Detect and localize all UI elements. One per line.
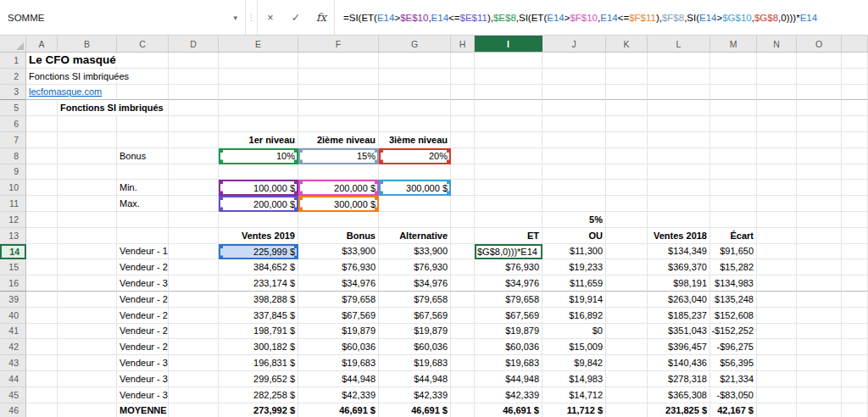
cell-I43[interactable]: $19,683 [475,355,542,371]
cell-K10[interactable] [606,180,648,196]
cell-F3[interactable] [298,85,379,101]
cell-J3[interactable] [542,85,606,101]
cell-A44[interactable] [26,371,58,387]
cell-G9[interactable] [379,164,451,181]
column-header-N[interactable]: N [757,36,797,52]
row-header-45[interactable]: 45 [0,387,26,403]
cell-G42[interactable]: $60,036 [379,339,451,355]
cell-I41[interactable]: $19,879 [475,324,542,340]
cell-K41[interactable] [606,324,648,340]
cell-I5[interactable] [475,100,542,116]
cell-B46[interactable] [58,403,117,417]
cell-L11[interactable] [648,196,710,212]
cell-E6[interactable] [219,116,298,132]
cell-J40[interactable]: $16,892 [542,308,606,324]
cell-G43[interactable]: $19,683 [379,355,451,371]
cell-L45[interactable]: $365,308 [648,387,710,403]
cell-L9[interactable] [648,164,710,181]
cell-L12[interactable] [648,212,710,228]
cell-H45[interactable] [451,387,475,403]
cell-M14[interactable]: $91,650 [710,244,757,260]
cell-F15[interactable]: $76,930 [298,259,379,275]
cell-J13[interactable]: OU [542,228,606,244]
cell-L5[interactable] [648,100,710,116]
row-header-43[interactable]: 43 [0,355,26,371]
cell-L8[interactable] [648,148,710,164]
cell-K45[interactable] [606,387,648,403]
cell-K1[interactable] [606,53,648,69]
cancel-icon[interactable]: × [258,0,283,35]
cell-F46[interactable]: 46,691 $ [298,403,379,417]
row-header-46[interactable]: 46 [0,403,26,417]
cell-B16[interactable] [58,275,117,292]
cell-K46[interactable] [606,403,648,417]
cell-C41[interactable]: Vendeur - 28 [117,324,169,340]
cell-G40[interactable]: $67,569 [379,308,451,324]
cell-H7[interactable] [451,132,475,148]
row-header-42[interactable]: 42 [0,339,26,355]
cell-A13[interactable] [26,228,58,244]
cell-K8[interactable] [606,148,648,164]
cell-I16[interactable]: $34,976 [475,275,542,292]
cell-O44[interactable] [797,371,842,387]
cell-H11[interactable] [451,196,475,212]
cell-M2[interactable] [710,69,757,85]
cell-E1[interactable] [219,53,298,69]
cell-J6[interactable] [542,116,606,132]
cell-B39[interactable] [58,292,117,308]
cell-D12[interactable] [169,212,219,228]
cell-F1[interactable] [298,53,379,69]
cell-E3[interactable] [219,85,298,101]
cell-L16[interactable]: $98,191 [648,275,710,292]
cell-O3[interactable] [797,85,842,101]
cell-H10[interactable] [451,180,475,196]
cell-N8[interactable] [757,148,797,164]
cell-O13[interactable] [797,228,842,244]
cell-I1[interactable] [475,53,542,69]
cell-N40[interactable] [757,308,797,324]
cell-N2[interactable] [757,69,797,85]
cell-L2[interactable] [648,69,710,85]
cell-I9[interactable] [475,164,542,181]
cell-F13[interactable]: Bonus [298,228,379,244]
cell-C12[interactable] [117,212,169,228]
cell-M43[interactable]: $56,395 [710,355,757,371]
cell-K13[interactable] [606,228,648,244]
cell-C3[interactable] [117,85,169,101]
cell-G8[interactable]: 20% [379,148,451,164]
cell-N39[interactable] [757,292,797,308]
cell-J14[interactable]: $11,300 [542,244,606,260]
row-header-1[interactable]: 1 [0,53,26,69]
cell-L6[interactable] [648,116,710,132]
cell-B5[interactable]: Fonctions SI imbriqués [58,100,117,116]
row-header-10[interactable]: 10 [0,180,26,196]
cell-M42[interactable]: -$96,275 [710,339,757,355]
cell-G7[interactable]: 3ième niveau [379,132,451,148]
cell-N12[interactable] [757,212,797,228]
cell-O14[interactable] [797,244,842,260]
cell-H9[interactable] [451,164,475,181]
cell-A16[interactable] [26,275,58,292]
cell-H1[interactable] [451,53,475,69]
cell-F6[interactable] [298,116,379,132]
cell-K15[interactable] [606,259,648,275]
cell-L44[interactable]: $278,318 [648,371,710,387]
cell-D6[interactable] [169,116,219,132]
cell-K11[interactable] [606,196,648,212]
cell-M6[interactable] [710,116,757,132]
cell-H16[interactable] [451,275,475,292]
cell-A42[interactable] [26,339,58,355]
cell-M16[interactable]: $134,983 [710,275,757,292]
cell-G6[interactable] [379,116,451,132]
cell-D15[interactable] [169,259,219,275]
cell-F7[interactable]: 2ième niveau [298,132,379,148]
cell-D45[interactable] [169,387,219,403]
cell-B13[interactable] [58,228,117,244]
cell-N7[interactable] [757,132,797,148]
row-header-41[interactable]: 41 [0,324,26,340]
cell-E8[interactable]: 10% [219,148,298,164]
cell-N42[interactable] [757,339,797,355]
cell-A8[interactable] [26,148,58,164]
cell-C40[interactable]: Vendeur - 27 [117,308,169,324]
cell-O9[interactable] [797,164,842,181]
